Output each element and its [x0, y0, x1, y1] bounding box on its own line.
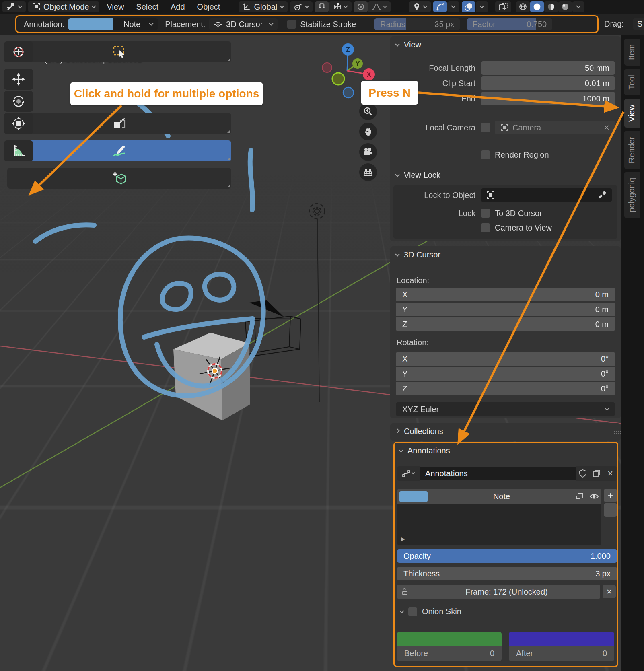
orientation-dropdown[interactable]: Global — [239, 1, 288, 12]
clip-end-field[interactable]: 1000 m — [481, 92, 615, 105]
annotation-name-field[interactable]: Annotations — [420, 467, 576, 480]
radius-slider[interactable]: Radius35 px — [374, 18, 460, 30]
falloff-dropdown[interactable] — [368, 1, 391, 12]
tab-view[interactable]: View — [624, 99, 640, 128]
remove-layer-button[interactable]: − — [604, 503, 617, 517]
annotations-header[interactable]: Annotations — [395, 443, 617, 456]
editor-type-button[interactable] — [2, 1, 26, 12]
snap-target-dropdown[interactable] — [329, 1, 352, 12]
shading-material-button[interactable] — [544, 1, 558, 12]
menu-object[interactable]: Object — [192, 1, 225, 12]
annotation-layer-dropdown[interactable]: Note — [113, 18, 158, 30]
factor-slider[interactable]: Factor0.750 — [467, 18, 552, 30]
cursor-rot-y-field[interactable]: Y0° — [396, 367, 615, 381]
cursor-loc-y-field[interactable]: Y0 m — [396, 303, 615, 316]
xray-toggle[interactable] — [495, 1, 511, 12]
eye-icon[interactable] — [589, 493, 599, 500]
fake-user-button[interactable] — [576, 466, 590, 481]
shading-wireframe-button[interactable] — [516, 1, 530, 12]
annotation-layer-row[interactable]: Note — [397, 489, 601, 504]
annotation-color-swatch[interactable] — [68, 18, 113, 30]
clip-start-field[interactable]: 0.01 m — [481, 76, 615, 90]
cursor-panel-header[interactable]: 3D Cursor — [390, 246, 621, 261]
tab-render[interactable]: Render — [624, 131, 640, 169]
chevron-down-icon — [412, 471, 415, 474]
expand-icon[interactable]: ▶ — [401, 536, 405, 542]
view-panel-header[interactable]: View — [390, 36, 621, 51]
camera-view-button[interactable] — [359, 143, 377, 161]
cursor-loc-x-field[interactable]: X0 m — [396, 288, 615, 301]
tool-scale[interactable] — [7, 113, 231, 134]
add-layer-button[interactable]: + — [604, 489, 617, 502]
stabilize-stroke-checkbox[interactable] — [287, 20, 296, 29]
frame-clear-button[interactable]: × — [603, 585, 616, 598]
frame-lock-row[interactable]: Frame: 172 (Unlocked) — [397, 585, 600, 599]
light-object[interactable] — [309, 204, 325, 402]
opacity-slider[interactable]: Opacity1.000 — [397, 549, 617, 563]
camera-to-view-checkbox[interactable] — [481, 223, 490, 232]
annotation-datablock-browse[interactable] — [397, 466, 420, 481]
mode-dropdown[interactable]: Object Mode — [28, 1, 99, 12]
tab-tool[interactable]: Tool — [624, 69, 640, 95]
before-color-swatch[interactable] — [397, 632, 502, 646]
tab-polygoniq[interactable]: polygoniq — [624, 172, 640, 218]
shading-rendered-button[interactable] — [558, 1, 572, 12]
panel-grip-icon[interactable] — [614, 431, 615, 432]
overlays-dropdown[interactable] — [476, 1, 488, 12]
show-overlays-toggle[interactable] — [462, 1, 475, 12]
shading-dropdown[interactable] — [572, 1, 584, 12]
show-gizmo-toggle[interactable] — [433, 1, 447, 12]
clear-camera-icon[interactable]: × — [604, 122, 609, 133]
tab-item[interactable]: Item — [624, 39, 640, 66]
menu-view[interactable]: View — [102, 1, 129, 12]
drag-mode-dropdown[interactable]: S — [633, 18, 644, 30]
to-3d-cursor-checkbox[interactable] — [481, 209, 490, 218]
panel-grip-icon[interactable] — [614, 45, 615, 45]
shading-solid-button[interactable] — [530, 1, 544, 12]
after-frames-field[interactable]: After0 — [509, 646, 614, 661]
cursor-rot-z-field[interactable]: Z0° — [396, 382, 615, 395]
object-visibility-dropdown[interactable] — [409, 1, 431, 12]
gizmo-dropdown[interactable] — [447, 1, 459, 12]
menu-select[interactable]: Select — [131, 1, 163, 12]
lock-to-object-field[interactable] — [481, 188, 612, 202]
zoom-button[interactable] — [359, 103, 377, 120]
pivot-point-dropdown[interactable] — [290, 1, 313, 12]
before-frames-field[interactable]: Before0 — [397, 646, 502, 661]
eyedropper-icon[interactable] — [598, 191, 606, 199]
placement-dropdown[interactable]: 3D Cursor — [209, 18, 278, 30]
proportional-editing-toggle[interactable] — [354, 1, 368, 12]
menu-add[interactable]: Add — [166, 1, 190, 12]
panel-grip-icon[interactable] — [614, 255, 615, 255]
copy-datablock-button[interactable] — [590, 466, 603, 481]
pan-button[interactable] — [359, 123, 377, 140]
onion-skin-row[interactable]: Onion Skin — [400, 607, 461, 616]
cursor-loc-z-field[interactable]: Z0 m — [396, 317, 615, 331]
tool-measure[interactable] — [4, 140, 33, 161]
tool-select-box[interactable] — [7, 41, 231, 62]
unlink-datablock-button[interactable]: × — [603, 466, 617, 481]
tool-move[interactable] — [4, 69, 33, 90]
list-resize-grip[interactable] — [494, 539, 494, 540]
view-lock-header[interactable]: View Lock — [390, 167, 621, 181]
tool-transform[interactable] — [4, 113, 33, 134]
tool-cursor[interactable] — [4, 41, 33, 62]
snap-toggle[interactable] — [315, 1, 329, 12]
tool-rotate[interactable] — [4, 91, 33, 112]
rotation-mode-dropdown[interactable]: XYZ Euler — [396, 402, 615, 416]
panel-grip-icon[interactable] — [612, 451, 613, 451]
tool-annotate[interactable] — [7, 140, 231, 161]
render-region-checkbox[interactable] — [481, 150, 490, 159]
tool-add-cube[interactable] — [7, 168, 231, 189]
focal-length-field[interactable]: 50 mm — [481, 61, 615, 75]
thickness-slider[interactable]: Thickness3 px — [397, 567, 617, 580]
local-camera-checkbox[interactable] — [481, 123, 490, 132]
after-color-swatch[interactable] — [509, 632, 614, 646]
onion-frames-icon[interactable] — [576, 492, 584, 500]
layer-color-swatch[interactable] — [399, 491, 428, 502]
collections-header[interactable]: Collections — [390, 423, 621, 438]
cursor-rot-x-field[interactable]: X0° — [396, 352, 615, 366]
onion-skin-checkbox[interactable] — [408, 607, 417, 616]
local-camera-field[interactable]: Camera × — [495, 121, 615, 134]
toggle-ortho-button[interactable] — [359, 163, 377, 181]
